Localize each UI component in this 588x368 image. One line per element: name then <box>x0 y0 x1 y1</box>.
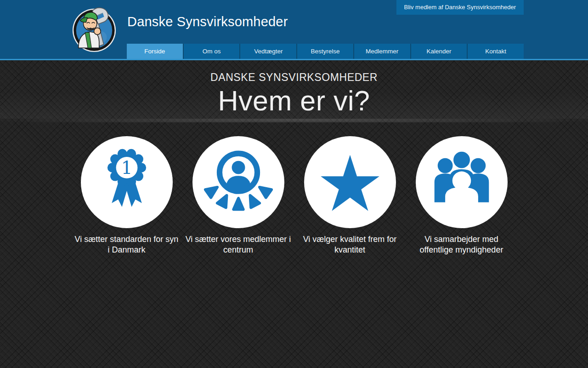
feature-caption: Vi sætter vores medlemmer i centrum <box>182 234 294 255</box>
feature-circle: 1 <box>81 136 173 228</box>
feature-circle <box>304 136 396 228</box>
feature-caption: Vi samarbejder med offentlige myndighede… <box>406 234 517 255</box>
site-header: Danske Synsvirksomheder Bliv medlem af D… <box>0 0 588 60</box>
feature-cooperation: Vi samarbejder med offentlige myndighede… <box>406 136 517 255</box>
header-underline <box>0 59 588 60</box>
hero-kicker: DANSKE SYNSVIRKSOMHEDER <box>0 60 588 84</box>
tab-kalender[interactable]: Kalender <box>410 44 467 59</box>
feature-standard: 1 Vi sætter standarden for syn i Danmark <box>71 136 182 255</box>
feature-quality: Vi vælger kvalitet frem for kvantitet <box>294 136 406 255</box>
mechanic-mascot-logo[interactable] <box>69 4 119 56</box>
feature-row: 1 Vi sætter standarden for syn i Danmark <box>0 136 588 255</box>
feature-members: Vi sætter vores medlemmer i centrum <box>182 136 294 255</box>
feature-caption: Vi vælger kvalitet frem for kvantitet <box>294 234 406 255</box>
mechanic-mascot-icon <box>69 4 119 56</box>
tab-om-os[interactable]: Om os <box>183 44 240 59</box>
award-badge-number: 1 <box>121 157 132 178</box>
feature-circle <box>416 136 508 228</box>
tab-bestyrelse[interactable]: Bestyrelse <box>296 44 353 59</box>
feature-circle <box>192 136 284 228</box>
site-title[interactable]: Danske Synsvirksomheder <box>127 14 288 29</box>
main-content: DANSKE SYNSVIRKSOMHEDER Hvem er vi? <box>0 60 588 368</box>
award-ribbon-icon: 1 <box>100 147 154 217</box>
feature-caption: Vi sætter standarden for syn i Danmark <box>71 234 182 255</box>
member-focus-icon <box>204 147 273 217</box>
star-icon <box>313 145 387 219</box>
tab-vedtaegter[interactable]: Vedtægter <box>239 44 296 59</box>
team-icon <box>426 146 498 218</box>
page-title: Hvem er vi? <box>0 85 588 117</box>
hero-section: DANSKE SYNSVIRKSOMHEDER Hvem er vi? <box>0 60 588 119</box>
tab-kontakt[interactable]: Kontakt <box>467 44 524 59</box>
main-nav: Forside Om os Vedtægter Bestyrelse Medle… <box>127 44 524 59</box>
join-member-button[interactable]: Bliv medlem af Danske Synsvirksomheder <box>396 0 524 15</box>
tab-medlemmer[interactable]: Medlemmer <box>353 44 410 59</box>
hero-divider <box>0 119 588 122</box>
tab-forside[interactable]: Forside <box>127 44 183 59</box>
